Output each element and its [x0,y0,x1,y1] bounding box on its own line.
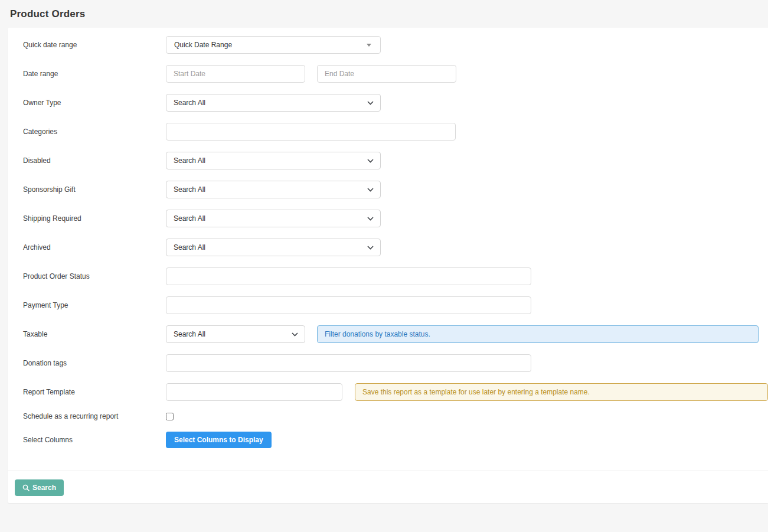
row-product-order-status: Product Order Status [15,267,768,285]
taxable-label: Taxable [15,330,166,338]
report-template-input[interactable] [166,383,342,401]
report-template-label: Report Template [15,388,166,396]
shipping-required-label: Shipping Required [15,214,166,223]
owner-type-label: Owner Type [15,99,166,107]
select-columns-label: Select Columns [15,436,166,444]
payment-type-label: Payment Type [15,301,166,309]
row-quick-date-range: Quick date range Quick Date Range [15,36,768,54]
report-template-help-alert: Save this report as a template for use l… [355,383,768,401]
row-payment-type: Payment Type [15,296,768,314]
row-schedule-recurring: Schedule as a recurring report [15,412,768,420]
product-order-status-input[interactable] [166,267,531,285]
search-button-label: Search [32,484,56,492]
taxable-select[interactable]: Search All [166,325,305,343]
taxable-help-alert: Filter donations by taxable status. [317,325,759,343]
sponsorship-gift-select[interactable]: Search All [166,181,381,198]
schedule-recurring-checkbox[interactable] [166,413,174,420]
row-disabled: Disabled Search All [15,152,768,169]
row-categories: Categories [15,123,768,141]
disabled-select[interactable]: Search All [166,152,381,169]
row-donation-tags: Donation tags [15,354,768,372]
categories-input[interactable] [166,123,456,141]
shipping-required-select[interactable]: Search All [166,210,381,227]
page-header: Product Orders [0,0,768,28]
row-sponsorship-gift: Sponsorship Gift Search All [15,181,768,198]
row-report-template: Report Template Save this report as a te… [15,383,768,401]
row-owner-type: Owner Type Search All [15,94,768,112]
product-order-status-label: Product Order Status [15,272,166,280]
filter-card: Quick date range Quick Date Range Date r… [8,28,768,503]
schedule-recurring-label: Schedule as a recurring report [15,412,166,420]
search-button[interactable]: Search [15,479,64,496]
donation-tags-input[interactable] [166,354,531,372]
archived-select[interactable]: Search All [166,239,381,256]
quick-date-range-value: Quick Date Range [174,41,232,49]
row-select-columns: Select Columns Select Columns to Display [15,432,768,448]
categories-label: Categories [15,128,166,136]
row-taxable: Taxable Search All Filter donations by t… [15,325,768,343]
row-archived: Archived Search All [15,239,768,256]
owner-type-select[interactable]: Search All [166,94,381,112]
start-date-input[interactable] [166,65,305,83]
donation-tags-label: Donation tags [15,359,166,367]
archived-label: Archived [15,243,166,252]
date-range-label: Date range [15,70,166,78]
row-date-range: Date range [15,65,768,83]
quick-date-range-dropdown[interactable]: Quick Date Range [166,36,381,54]
caret-down-icon [367,44,371,47]
payment-type-input[interactable] [166,296,531,314]
row-shipping-required: Shipping Required Search All [15,210,768,227]
page-title: Product Orders [10,8,758,20]
select-columns-button[interactable]: Select Columns to Display [166,432,272,448]
card-footer: Search [8,471,768,503]
filter-form: Quick date range Quick Date Range Date r… [8,28,768,471]
sponsorship-gift-label: Sponsorship Gift [15,185,166,194]
search-icon [22,484,30,491]
disabled-label: Disabled [15,156,166,165]
quick-date-range-label: Quick date range [15,41,166,49]
end-date-input[interactable] [317,65,456,83]
